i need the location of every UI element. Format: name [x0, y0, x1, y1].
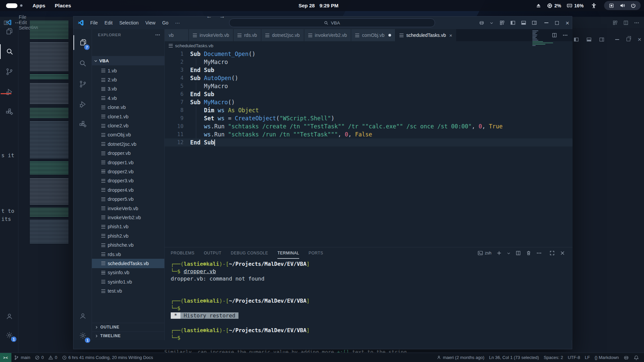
tab-comObj.vb[interactable]: comObj.vb — [351, 29, 395, 41]
bg-status-error[interactable]: 0 — [33, 353, 46, 362]
modified-dot-icon[interactable] — [388, 34, 391, 37]
bg-status-utf-8[interactable]: UTF-8 — [566, 353, 583, 362]
search-icon[interactable] — [0, 44, 18, 59]
bg-status-ln[interactable]: Ln 36, Col 1 (73 selected) — [487, 353, 541, 362]
code-line-11[interactable]: 11 ws.Run "schtasks /run /tn ""TestTask"… — [165, 130, 573, 138]
bg-status-{}[interactable]: {} Markdown — [592, 353, 621, 362]
explorer-icon[interactable]: 7 — [73, 35, 92, 50]
system-status-area[interactable] — [604, 1, 641, 10]
bg-status-person[interactable]: maeri (2 months ago) — [434, 353, 487, 362]
file-item-dotnet2jsc.vb[interactable]: dotnet2jsc.vb — [92, 139, 164, 148]
explorer-more-icon[interactable] — [155, 32, 160, 38]
run-debug-icon[interactable] — [73, 97, 92, 112]
command-center-search[interactable]: VBA — [229, 18, 435, 27]
clock[interactable]: Sep 28 9:29 PM — [299, 3, 338, 8]
menu-go[interactable]: Go — [159, 16, 172, 29]
extensions-icon[interactable] — [0, 105, 18, 119]
split-editor-icon[interactable] — [3, 20, 9, 25]
menu-edit[interactable]: Edit — [101, 16, 116, 29]
more-actions-icon[interactable] — [15, 20, 20, 25]
close-panel-icon[interactable] — [560, 250, 565, 256]
code-line-5[interactable]: 5 MyMacro — [165, 82, 573, 90]
bg-status-remote[interactable]: >< — [0, 353, 11, 362]
account-icon[interactable] — [73, 309, 92, 323]
file-item-dropper5.vb[interactable]: dropper5.vb — [92, 194, 164, 203]
bg-status-bell[interactable] — [631, 353, 641, 362]
terminal-dropdown-icon[interactable] — [507, 251, 511, 255]
file-item-1.vb[interactable]: 1.vb — [92, 66, 164, 75]
minimap[interactable] — [532, 31, 553, 47]
close-button[interactable]: × — [566, 20, 569, 26]
code-line-6[interactable]: 6End Sub — [165, 90, 573, 98]
file-item-4.vb[interactable]: 4.vb — [92, 94, 164, 103]
maximize-button[interactable] — [555, 21, 559, 25]
code-line-4[interactable]: 4Sub AutoOpen() — [165, 74, 573, 82]
file-item-comObj.vb[interactable]: comObj.vb — [92, 130, 164, 139]
file-item-phishche.vb[interactable]: phishche.vb — [92, 240, 164, 249]
code-line-1[interactable]: 1Sub Document_Open() — [165, 50, 573, 58]
shell-label[interactable]: zsh — [485, 251, 491, 255]
folder-section-vba[interactable]: VBA — [92, 56, 164, 65]
more-icon[interactable] — [634, 20, 639, 25]
tab-scheduledTasks.vb[interactable]: scheduledTasks.vb× — [395, 29, 457, 41]
new-terminal-icon[interactable] — [496, 250, 502, 256]
places-menu[interactable]: Places — [50, 3, 76, 8]
run-debug-icon[interactable] — [0, 84, 18, 99]
split-icon[interactable] — [623, 20, 629, 25]
bg-status-warning[interactable]: 0 — [46, 353, 59, 362]
minimize-button[interactable] — [544, 22, 548, 23]
file-item-clone.vb[interactable]: clone.vb — [92, 103, 164, 112]
tab-invokeVerb.vb[interactable]: invokeVerb.vb — [189, 29, 233, 41]
code-line-12[interactable]: 12End Sub — [165, 138, 573, 146]
account-icon[interactable] — [0, 309, 18, 324]
panel-tab-terminal[interactable]: TERMINAL — [277, 247, 299, 259]
copilot-menu-chevron-icon[interactable] — [490, 21, 493, 25]
panel-tab-problems[interactable]: PROBLEMS — [171, 247, 195, 259]
source-control-icon[interactable] — [73, 77, 92, 92]
bg-status-branch[interactable]: main — [11, 353, 33, 362]
activities-pill[interactable] — [6, 3, 17, 8]
customize-layout-icon[interactable] — [499, 20, 505, 25]
panel-tab-output[interactable]: OUTPUT — [204, 247, 221, 259]
code-line-10[interactable]: 10 ws.Run "schtasks /create /tn ""TestTa… — [165, 122, 573, 130]
file-item-dropper.vb[interactable]: dropper.vb — [92, 149, 164, 158]
close-button[interactable]: × — [638, 36, 641, 43]
maximize-panel-icon[interactable] — [549, 250, 555, 256]
bg-status-lf[interactable]: LF — [583, 353, 592, 362]
code-line-8[interactable]: 8 Dim ws As Object — [165, 106, 573, 114]
tab-vb[interactable]: vb — [165, 29, 189, 41]
code-line-2[interactable]: 2 MyMacro — [165, 58, 573, 66]
eject-icon[interactable] — [536, 3, 541, 8]
code-line-7[interactable]: 7Sub MyMacro() — [165, 98, 573, 106]
tab-dotnet2jsc.vb[interactable]: dotnet2jsc.vb — [261, 29, 304, 41]
toggle-sidebar-icon[interactable] — [574, 37, 579, 42]
file-item-dropper3.vb[interactable]: dropper3.vb — [92, 176, 164, 185]
minimap[interactable] — [30, 21, 71, 265]
extensions-icon[interactable] — [73, 117, 92, 132]
toggle-panel-icon[interactable] — [586, 37, 592, 42]
toggle-primary-sidebar-icon[interactable] — [510, 20, 516, 25]
editor-more-actions-icon[interactable] — [562, 33, 568, 38]
menu-[interactable]: ··· — [172, 16, 183, 29]
bg-status-clock[interactable]: 6 hrs 41 mins Coding, 20 mins Writing Do… — [60, 353, 156, 362]
bg-menu-file[interactable]: File — [15, 14, 42, 20]
panel-more-icon[interactable] — [536, 250, 542, 256]
toggle-secondary-sidebar-icon[interactable] — [532, 20, 537, 25]
file-item-test.vb[interactable]: test.vb — [92, 286, 164, 295]
file-item-sysinfo1.vb[interactable]: sysinfo1.vb — [92, 277, 164, 286]
file-item-2.vb[interactable]: 2.vb — [92, 75, 164, 84]
toggle-panel-icon[interactable] — [521, 20, 526, 25]
file-item-phish2.vb[interactable]: phish2.vb — [92, 231, 164, 240]
file-item-dropper1.vb[interactable]: dropper1.vb — [92, 158, 164, 167]
apps-menu[interactable]: Apps — [28, 3, 50, 8]
layout-icon[interactable] — [612, 20, 618, 25]
outline-section[interactable]: OUTLINE — [92, 323, 164, 331]
file-item-rds.vb[interactable]: rds.vb — [92, 250, 164, 259]
search-icon[interactable] — [73, 56, 92, 71]
settings-gear-icon[interactable]: 1 — [0, 328, 18, 343]
close-tab-icon[interactable]: × — [449, 33, 452, 38]
tab-invokeVerb2.vb[interactable]: invokeVerb2.vb — [304, 29, 352, 41]
code-editor[interactable]: 1Sub Document_Open()2 MyMacro3End Sub4Su… — [165, 50, 573, 247]
bg-status-spaces[interactable]: Spaces: 2 — [541, 353, 566, 362]
restore-button[interactable] — [627, 38, 630, 41]
